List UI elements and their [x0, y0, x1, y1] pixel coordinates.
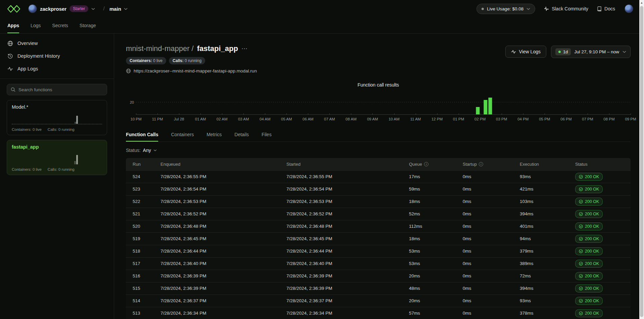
table-row[interactable]: 5137/28/2024, 2:36:34 PM7/28/2024, 2:36:…	[126, 307, 631, 319]
view-logs-button[interactable]: View Logs	[505, 46, 546, 58]
cell-enqueued: 7/28/2024, 2:36:54 PM	[154, 183, 280, 195]
cell-queue: 20ms	[403, 295, 457, 307]
cell-execution: 379ms	[514, 245, 569, 257]
endpoint-url: https://zackproser--mnist-mind-mapper-fa…	[134, 68, 257, 73]
tab-function-calls[interactable]: Function Calls	[126, 128, 158, 142]
plan-badge: Starter	[70, 5, 88, 12]
table-row[interactable]: 5237/28/2024, 2:36:54 PM7/28/2024, 2:36:…	[126, 183, 631, 195]
table-row[interactable]: 5217/28/2024, 2:36:52 PM7/28/2024, 2:36:…	[126, 208, 631, 220]
column-header-startup: Startupi	[457, 158, 514, 170]
table-row[interactable]: 5157/28/2024, 2:36:39 PM7/28/2024, 2:36:…	[126, 282, 631, 295]
cell-started: 7/28/2024, 2:36:54 PM	[280, 183, 403, 195]
globe-icon	[126, 68, 131, 73]
x-tick-label: 04 AM	[260, 117, 271, 121]
x-tick-label: 06 PM	[560, 117, 571, 121]
function-sparkline	[12, 112, 102, 124]
nav-tab-storage[interactable]: Storage	[80, 17, 96, 33]
cell-run: 516	[126, 270, 154, 282]
app-name[interactable]: mnist-mind-mapper /	[126, 44, 194, 53]
live-usage-dropdown[interactable]: Live Usage: $0.08	[476, 4, 535, 14]
x-tick-label: 02 PM	[474, 117, 486, 121]
x-tick-label: 07 PM	[582, 117, 593, 121]
environment-switcher[interactable]: main	[109, 6, 128, 12]
chevron-down-icon	[623, 51, 626, 53]
tab-metrics[interactable]: Metrics	[206, 128, 222, 142]
chart-bar[interactable]	[476, 107, 479, 114]
nav-tab-logs[interactable]: Logs	[31, 17, 41, 33]
chart-bar[interactable]	[484, 100, 488, 114]
cell-queue: 52ms	[403, 208, 457, 220]
info-icon[interactable]: i	[479, 162, 483, 166]
options-menu-icon[interactable]: ⋯	[241, 45, 248, 52]
status-text: 200 OK	[585, 224, 599, 229]
scrollbar-thumb[interactable]	[640, 6, 643, 317]
containers-badge: Containers: 0 live	[126, 57, 166, 64]
info-icon[interactable]: i	[424, 162, 428, 166]
chevron-down-icon[interactable]	[91, 8, 95, 10]
function-call-results-chart: Function call results 20 10 PM11 PMJul 2…	[126, 82, 631, 123]
sidebar-item-overview[interactable]: Overview	[0, 37, 114, 50]
nav-tab-secrets[interactable]: Secrets	[52, 17, 68, 33]
cell-started: 7/28/2024, 2:36:53 PM	[280, 195, 403, 208]
table-row[interactable]: 5147/28/2024, 2:36:37 PM7/28/2024, 2:36:…	[126, 295, 631, 307]
user-avatar[interactable]	[625, 4, 633, 13]
sidebar-item-label: Overview	[17, 41, 38, 46]
cell-startup: 0ms	[457, 245, 514, 257]
chart-bar[interactable]	[488, 98, 492, 114]
cell-run: 519	[126, 232, 154, 245]
tab-details[interactable]: Details	[234, 128, 249, 142]
time-range-picker[interactable]: 1d Jul 27, 9:10 PM – now	[551, 46, 631, 58]
cell-run: 518	[126, 245, 154, 257]
modal-logo-icon[interactable]	[7, 4, 21, 13]
chevron-down-icon[interactable]	[124, 8, 128, 10]
table-row[interactable]: 5177/28/2024, 2:36:40 PM7/28/2024, 2:36:…	[126, 257, 631, 270]
containers-count: Containers: 0 live	[12, 127, 42, 131]
cell-started: 7/28/2024, 2:36:37 PM	[280, 295, 403, 307]
table-row[interactable]: 5227/28/2024, 2:36:53 PM7/28/2024, 2:36:…	[126, 195, 631, 208]
cell-queue: 18ms	[403, 232, 457, 245]
table-row[interactable]: 5247/28/2024, 2:36:55 PM7/28/2024, 2:36:…	[126, 170, 631, 183]
cell-run: 522	[126, 195, 154, 208]
column-header-execution: Execution	[514, 158, 569, 170]
cell-queue: 18ms	[403, 195, 457, 208]
sidebar-item-app-logs[interactable]: App Logs	[0, 62, 114, 75]
table-row[interactable]: 5167/28/2024, 2:36:39 PM7/28/2024, 2:36:…	[126, 270, 631, 282]
table-row[interactable]: 5197/28/2024, 2:36:45 PM7/28/2024, 2:36:…	[126, 232, 631, 245]
status-filter-dropdown[interactable]: Status: Any	[126, 148, 631, 153]
cell-started: 7/28/2024, 2:36:40 PM	[280, 257, 403, 270]
breadcrumb-separator: /	[103, 5, 105, 12]
tab-files[interactable]: Files	[262, 128, 272, 142]
page-scrollbar[interactable]: ▲	[639, 0, 644, 319]
slack-community-label: Slack Community	[552, 6, 588, 11]
sidebar-item-deployment-history[interactable]: Deployment History	[0, 50, 114, 62]
cell-status: 200 OK	[569, 195, 631, 208]
scrollbar-up-arrow[interactable]: ▲	[640, 1, 643, 4]
column-header-status: Status	[569, 158, 631, 170]
sidebar: Overview Deployment History	[0, 34, 114, 319]
nav-tab-apps[interactable]: Apps	[7, 17, 19, 33]
web-endpoint-link[interactable]: https://zackproser--mnist-mind-mapper-fa…	[126, 68, 257, 73]
sparkline-bar	[76, 116, 78, 124]
y-axis-label: 20	[126, 100, 134, 104]
tab-containers[interactable]: Containers	[171, 128, 194, 142]
activity-icon	[511, 49, 516, 54]
sidebar-item-label: Deployment History	[17, 53, 60, 59]
status-badge: 200 OK	[575, 235, 603, 243]
table-row[interactable]: 5207/28/2024, 2:36:48 PM7/28/2024, 2:36:…	[126, 220, 631, 232]
table-row[interactable]: 5187/28/2024, 2:36:44 PM7/28/2024, 2:36:…	[126, 245, 631, 257]
x-tick-label: 02 AM	[217, 117, 228, 121]
primary-nav: Apps Logs Secrets Storage	[0, 17, 639, 34]
cell-status: 200 OK	[569, 183, 631, 195]
workspace-switcher[interactable]: zackproser Starter	[28, 4, 95, 13]
function-card-model[interactable]: Model.* Containers: 0 live Calls: 0 runn…	[7, 100, 107, 135]
cell-startup: 0ms	[457, 208, 514, 220]
calls-badge: Calls: 0 running	[169, 57, 205, 64]
search-functions-input[interactable]	[18, 87, 103, 92]
cell-status: 200 OK	[569, 295, 631, 307]
function-card-fastapi-app[interactable]: fastapi_app Containers: 0 live Calls: 0 …	[7, 140, 107, 175]
search-functions-box[interactable]	[7, 84, 107, 95]
x-tick-label: 08 AM	[346, 117, 357, 121]
function-sparkline	[12, 152, 102, 164]
slack-community-link[interactable]: Slack Community	[544, 6, 588, 11]
docs-link[interactable]: Docs	[597, 6, 615, 11]
